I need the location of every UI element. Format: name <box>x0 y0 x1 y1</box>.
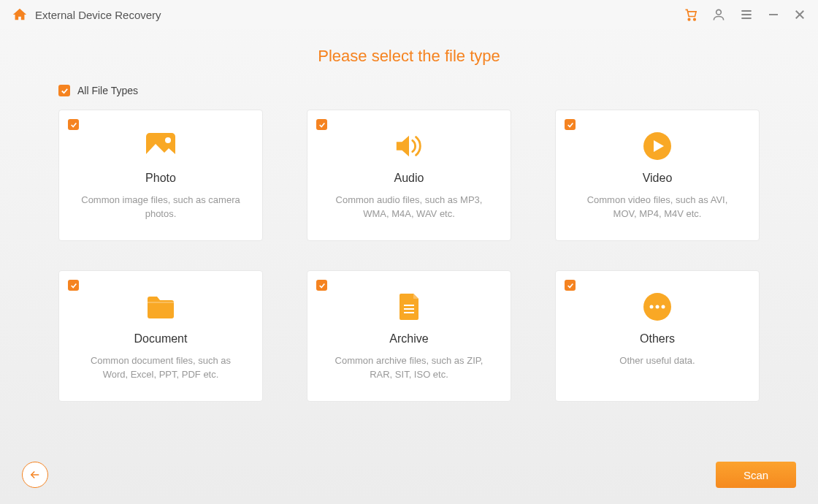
footer: Scan <box>0 460 818 489</box>
all-file-types-label: All File Types <box>77 85 138 96</box>
svg-point-1 <box>694 18 696 20</box>
titlebar: External Device Recovery <box>0 0 818 29</box>
minimize-icon[interactable] <box>767 8 780 21</box>
all-file-types-row[interactable]: All File Types <box>58 85 818 96</box>
card-desc: Common video files, such as AVI, MOV, MP… <box>556 194 759 221</box>
photo-icon <box>145 131 176 161</box>
card-title: Document <box>134 332 188 345</box>
svg-point-2 <box>716 9 722 15</box>
card-title: Photo <box>145 172 176 185</box>
app-title: External Device Recovery <box>35 9 161 21</box>
scan-button[interactable]: Scan <box>716 462 796 488</box>
document-icon <box>145 291 176 322</box>
archive-icon <box>394 291 424 322</box>
page-heading: Please select the file type <box>0 47 818 66</box>
audio-icon <box>394 131 424 161</box>
card-desc: Common document files, such as Word, Exc… <box>59 354 262 382</box>
card-others-checkbox[interactable] <box>565 280 576 291</box>
svg-point-0 <box>688 18 690 20</box>
menu-icon[interactable] <box>739 7 754 22</box>
svg-point-10 <box>165 137 171 143</box>
card-document-checkbox[interactable] <box>68 280 79 291</box>
others-icon <box>642 291 673 322</box>
svg-point-18 <box>656 305 660 309</box>
card-desc: Other useful data. <box>597 354 716 368</box>
card-others[interactable]: Others Other useful data. <box>555 270 760 402</box>
card-audio-checkbox[interactable] <box>316 119 327 130</box>
card-title: Video <box>643 172 673 185</box>
all-file-types-checkbox[interactable] <box>58 85 70 96</box>
card-document[interactable]: Document Common document files, such as … <box>58 270 263 402</box>
card-video[interactable]: Video Common video files, such as AVI, M… <box>555 110 760 241</box>
card-title: Others <box>640 332 675 345</box>
svg-point-17 <box>650 305 654 309</box>
video-icon <box>642 131 673 161</box>
user-icon[interactable] <box>711 7 726 22</box>
card-title: Audio <box>394 172 424 185</box>
card-archive[interactable]: Archive Common archive files, such as ZI… <box>307 270 511 402</box>
card-photo-checkbox[interactable] <box>68 119 79 130</box>
card-video-checkbox[interactable] <box>565 119 576 130</box>
back-button[interactable] <box>22 462 48 488</box>
card-desc: Common image files, such as camera photo… <box>59 194 262 221</box>
cart-icon[interactable] <box>684 7 698 22</box>
card-photo[interactable]: Photo Common image files, such as camera… <box>58 110 263 241</box>
home-icon[interactable] <box>12 7 28 23</box>
card-audio[interactable]: Audio Common audio files, such as MP3, W… <box>307 110 511 241</box>
svg-point-19 <box>662 305 665 309</box>
card-archive-checkbox[interactable] <box>316 280 327 291</box>
close-icon[interactable] <box>793 8 806 21</box>
file-type-grid: Photo Common image files, such as camera… <box>0 110 818 402</box>
card-title: Archive <box>389 332 428 345</box>
card-desc: Common archive files, such as ZIP, RAR, … <box>307 354 511 382</box>
card-desc: Common audio files, such as MP3, WMA, M4… <box>307 194 511 221</box>
